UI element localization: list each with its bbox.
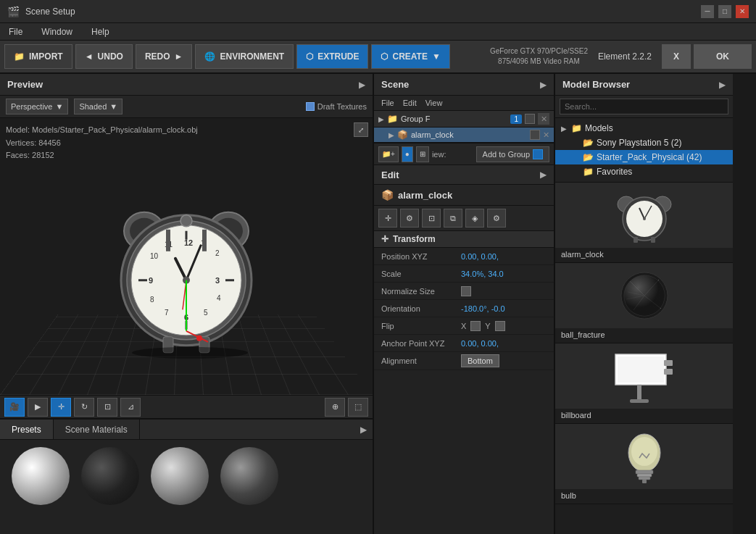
- extrude-button[interactable]: ⬡ EXTRUDE: [296, 44, 368, 69]
- move-button[interactable]: ✛: [51, 398, 71, 417]
- fullscreen-button[interactable]: ⬚: [348, 398, 368, 417]
- scene-grid-button[interactable]: ⊞: [416, 146, 429, 162]
- scale-tool-button[interactable]: ⊡: [422, 209, 441, 228]
- item-arrow-icon: ▶: [389, 131, 394, 139]
- position-value[interactable]: 0.00, 0.00,: [461, 252, 499, 261]
- ok-button[interactable]: OK: [694, 44, 752, 69]
- scene-group-row[interactable]: ▶ 📁 Group F 1 ✕: [374, 111, 554, 128]
- redo-icon: ►: [175, 51, 183, 62]
- draft-textures-toggle[interactable]: Draft Textures: [306, 102, 367, 111]
- anchor-value[interactable]: 0.00, 0.00,: [461, 339, 499, 348]
- viewport[interactable]: Model: Models/Starter_Pack_Physical/alar…: [0, 118, 373, 395]
- close-button[interactable]: ✕: [736, 5, 749, 18]
- move-tool-button[interactable]: ✛: [378, 209, 397, 228]
- rotate-tool-button[interactable]: ⚙: [400, 209, 419, 228]
- search-input[interactable]: [560, 99, 728, 114]
- svg-text:12: 12: [184, 238, 193, 247]
- search-bar: [555, 96, 733, 118]
- x-button[interactable]: X: [662, 44, 691, 69]
- thumbnail-alarm-clock[interactable]: alarm_clock: [555, 183, 733, 263]
- model-tree: ▶ 📁 Models 📂 Sony Playstation 5 (2) 📂 St…: [555, 118, 733, 183]
- thumbnail-ball-fracture[interactable]: ball_fracture: [555, 263, 733, 343]
- perspective-dropdown[interactable]: Perspective ▼: [6, 99, 68, 114]
- svg-rect-43: [634, 237, 638, 243]
- bottom-tabs: Presets Scene Materials ▶: [0, 420, 373, 440]
- camera-button[interactable]: 🎥: [4, 398, 25, 417]
- scene-new-button[interactable]: 📁+: [378, 146, 399, 162]
- models-arrow-icon: ▶: [561, 125, 568, 133]
- svg-point-31: [180, 215, 192, 227]
- edit-object-icon: 📦: [381, 189, 394, 201]
- scene-expand-icon[interactable]: ▶: [540, 80, 547, 90]
- scene-alarm-clock-row[interactable]: ▶ 📦 alarm_clock ✕: [374, 128, 554, 143]
- material-ball-white[interactable]: [12, 447, 70, 505]
- menu-help[interactable]: Help: [87, 25, 114, 38]
- alignment-button[interactable]: Bottom: [461, 354, 499, 367]
- undo-button[interactable]: ◄ UNDO: [75, 44, 133, 69]
- bottom-tabs-expand[interactable]: ▶: [354, 425, 373, 435]
- sony-tree-item[interactable]: 📂 Sony Playstation 5 (2): [555, 135, 733, 150]
- settings-tool-button[interactable]: ⚙: [487, 209, 506, 228]
- menu-window[interactable]: Window: [37, 25, 77, 38]
- draft-textures-checkbox[interactable]: [306, 102, 315, 111]
- menu-file[interactable]: File: [4, 25, 27, 38]
- target-button[interactable]: ⊕: [325, 398, 345, 417]
- minimize-button[interactable]: ─: [701, 5, 714, 18]
- maximize-button[interactable]: □: [718, 5, 731, 18]
- item-visibility-dot[interactable]: [530, 130, 540, 140]
- scale-row: Scale 34.0%, 34.0: [374, 265, 554, 283]
- scale-button[interactable]: ⊡: [97, 398, 117, 417]
- favorites-tree-item[interactable]: 📁 Favorites: [555, 164, 733, 179]
- starter-tree-item[interactable]: 📂 Starter_Pack_Physical (42): [555, 150, 733, 164]
- titlebar: 🎬 Scene Setup ─ □ ✕: [0, 0, 756, 23]
- thumbnail-billboard[interactable]: billboard: [555, 343, 733, 424]
- scene-materials-tab[interactable]: Scene Materials: [54, 420, 140, 439]
- left-panel: Preview ▶ Perspective ▼ Shaded ▼ Draft T…: [0, 74, 374, 534]
- create-button[interactable]: ⬡ CREATE ▼: [371, 44, 449, 69]
- import-button[interactable]: 📁 IMPORT: [4, 44, 72, 69]
- preview-expand-icon[interactable]: ▶: [359, 80, 365, 90]
- item-label: alarm_clock: [411, 130, 527, 139]
- shading-dropdown[interactable]: Shaded ▼: [74, 99, 122, 114]
- select-button[interactable]: ▶: [28, 398, 48, 417]
- scene-bottom-toolbar: 📁+ ● ⊞ iew: Add to Group: [374, 143, 554, 164]
- scale-value[interactable]: 34.0%, 34.0: [461, 270, 504, 278]
- material-ball-chrome[interactable]: [151, 447, 209, 505]
- properties-panel: ✛ Transform Position XYZ 0.00, 0.00, Sca…: [374, 231, 554, 534]
- scene-edit-menu[interactable]: Edit: [403, 99, 417, 107]
- scene-circle-button[interactable]: ●: [402, 146, 413, 162]
- copy-tool-button[interactable]: ⧉: [444, 209, 462, 228]
- rotate-button[interactable]: ↻: [74, 398, 94, 417]
- models-tree-root[interactable]: ▶ 📁 Models: [555, 121, 733, 135]
- scene-file-menu[interactable]: File: [381, 99, 394, 107]
- edit-object-name-row: 📦 alarm_clock: [374, 185, 554, 206]
- material-ball-metal[interactable]: [220, 447, 278, 505]
- create-dropdown-icon: ▼: [432, 51, 441, 62]
- redo-button[interactable]: REDO ►: [136, 44, 193, 69]
- scene-view-menu[interactable]: View: [425, 99, 443, 107]
- flip-y-checkbox[interactable]: [495, 321, 505, 331]
- orientation-value[interactable]: -180.0°, -0.0: [461, 304, 505, 313]
- edit-expand-icon[interactable]: ▶: [540, 170, 547, 180]
- model-browser-expand-icon[interactable]: ▶: [719, 80, 726, 90]
- material-ball-dark[interactable]: [81, 447, 139, 505]
- models-tree-label: Models: [585, 123, 613, 133]
- presets-tab[interactable]: Presets: [0, 420, 54, 439]
- item-close-button[interactable]: ✕: [543, 130, 549, 140]
- material-tool-button[interactable]: ◈: [465, 209, 484, 228]
- group-visibility-dot[interactable]: [525, 114, 535, 124]
- import-icon: 📁: [14, 51, 25, 62]
- thumbnail-bulb[interactable]: bulb: [555, 424, 733, 504]
- flip-x-checkbox[interactable]: [470, 321, 481, 331]
- model-browser-title: Model Browser: [562, 79, 630, 90]
- starter-tree-label: Starter_Pack_Physical (42): [597, 152, 702, 162]
- edit-title: Edit: [381, 170, 399, 180]
- transform-button[interactable]: ⊿: [120, 398, 141, 417]
- maximize-viewport-button[interactable]: ⤢: [354, 122, 368, 137]
- add-to-group-button[interactable]: Add to Group: [476, 146, 549, 162]
- normalize-checkbox[interactable]: [461, 286, 471, 296]
- group-close-button[interactable]: ✕: [538, 113, 549, 125]
- scene-header: Scene ▶: [374, 74, 554, 96]
- toolbar: 📁 IMPORT ◄ UNDO REDO ► 🌐 ENVIRONMENT ⬡ E…: [0, 41, 756, 74]
- environment-button[interactable]: 🌐 ENVIRONMENT: [195, 44, 294, 69]
